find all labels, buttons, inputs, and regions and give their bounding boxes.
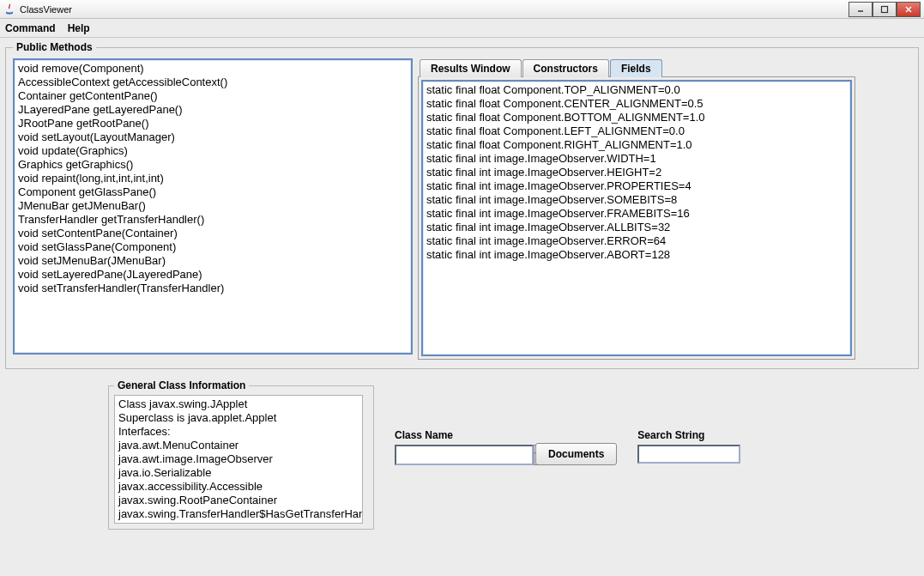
general-class-info-list[interactable]: Class javax.swing.JAppletSuperclass is j… [114, 395, 363, 524]
list-item[interactable]: javax.swing.TransferHandler$HasGetTransf… [118, 507, 359, 521]
list-item[interactable]: TransferHandler getTransferHandler() [18, 213, 408, 227]
list-item[interactable]: void repaint(long,int,int,int,int) [18, 172, 408, 185]
maximize-button[interactable] [873, 2, 897, 17]
list-item[interactable]: java.awt.MenuContainer [118, 439, 359, 452]
public-methods-list[interactable]: void remove(Component)AccessibleContext … [13, 58, 413, 355]
list-item[interactable]: Graphics getGraphics() [18, 158, 408, 172]
list-item[interactable]: JMenuBar getJMenuBar() [18, 199, 408, 213]
menu-help[interactable]: Help [68, 22, 90, 34]
list-item[interactable]: static final float Component.LEFT_ALIGNM… [426, 124, 847, 138]
window-titlebar: ClassViewer [0, 0, 924, 19]
tab-fields[interactable]: Fields [610, 59, 662, 77]
tab-results-window[interactable]: Results Window [420, 59, 522, 77]
list-item[interactable]: void setTransferHandler(TransferHandler) [18, 282, 408, 295]
list-item[interactable]: javax.swing.RootPaneContainer [118, 494, 359, 507]
public-methods-panel: Public Methods void remove(Component)Acc… [5, 41, 919, 369]
list-item[interactable]: static final int image.ImageObserver.ALL… [426, 221, 847, 234]
search-string-label: Search String [637, 429, 740, 441]
list-item[interactable]: Interfaces: [118, 425, 359, 439]
minimize-button[interactable] [849, 2, 873, 17]
list-item[interactable]: static final int image.ImageObserver.SOM… [426, 193, 847, 207]
menubar: Command Help [0, 19, 924, 38]
list-item[interactable]: void remove(Component) [18, 62, 408, 76]
list-item[interactable]: Container getContentPane() [18, 89, 408, 103]
window-title: ClassViewer [20, 4, 72, 15]
menu-command[interactable]: Command [5, 22, 56, 34]
list-item[interactable]: static final int image.ImageObserver.HEI… [426, 166, 847, 179]
java-app-icon [3, 3, 15, 15]
list-item[interactable]: void setLayout(LayoutManager) [18, 130, 408, 144]
list-item[interactable]: static final int image.ImageObserver.ERR… [426, 234, 847, 248]
list-item[interactable]: AccessibleContext getAccessibleContext() [18, 76, 408, 89]
list-item[interactable]: static final int image.ImageObserver.WID… [426, 152, 847, 166]
list-item[interactable]: void setJMenuBar(JMenuBar) [18, 254, 408, 268]
documents-button[interactable]: Documents [535, 443, 617, 465]
list-item[interactable]: JLayeredPane getLayeredPane() [18, 103, 408, 117]
list-item[interactable]: javax.accessibility.Accessible [118, 480, 359, 494]
list-item[interactable]: static final float Component.RIGHT_ALIGN… [426, 138, 847, 152]
list-item[interactable]: static final int image.ImageObserver.ABO… [426, 248, 847, 262]
general-legend: General Class Information [114, 379, 249, 391]
tab-constructors[interactable]: Constructors [522, 59, 609, 77]
class-name-group: Class Name [395, 429, 515, 465]
list-item[interactable]: void setGlassPane(Component) [18, 240, 408, 254]
list-item[interactable]: static final int image.ImageObserver.FRA… [426, 207, 847, 221]
list-item[interactable]: void setLayeredPane(JLayeredPane) [18, 268, 408, 282]
svg-rect-1 [882, 6, 888, 12]
class-name-label: Class Name [395, 429, 515, 441]
class-name-input[interactable] [395, 445, 534, 465]
fields-list[interactable]: static final float Component.TOP_ALIGNME… [421, 80, 852, 356]
list-item[interactable]: Class javax.swing.JApplet [118, 397, 359, 411]
list-item[interactable]: static final float Component.BOTTOM_ALIG… [426, 111, 847, 124]
list-item[interactable]: Component getGlassPane() [18, 185, 408, 199]
list-item[interactable]: void setContentPane(Container) [18, 227, 408, 240]
class-name-combobox[interactable] [395, 445, 515, 465]
list-item[interactable]: JRootPane getRootPane() [18, 117, 408, 130]
list-item[interactable]: Superclass is java.applet.Applet [118, 411, 359, 425]
list-item[interactable]: static final int image.ImageObserver.PRO… [426, 179, 847, 193]
public-methods-legend: Public Methods [13, 41, 96, 53]
close-button[interactable] [897, 2, 921, 17]
general-class-info-panel: General Class Information Class javax.sw… [108, 379, 374, 530]
search-string-group: Search String [637, 429, 740, 464]
list-item[interactable]: static final float Component.CENTER_ALIG… [426, 97, 847, 111]
list-item[interactable]: static final float Component.TOP_ALIGNME… [426, 83, 847, 97]
list-item[interactable]: java.awt.image.ImageObserver [118, 452, 359, 466]
list-item[interactable]: void update(Graphics) [18, 144, 408, 158]
list-item[interactable]: java.io.Serializable [118, 466, 359, 480]
tabs: Results Window Constructors Fields [420, 58, 855, 76]
search-string-input[interactable] [637, 445, 740, 464]
